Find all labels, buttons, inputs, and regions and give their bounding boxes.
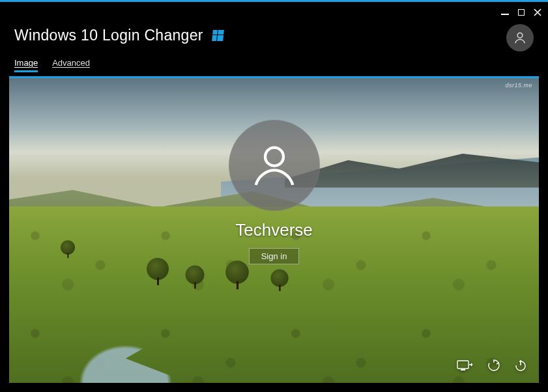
ease-of-access-icon[interactable] [487,358,501,375]
power-icon[interactable] [514,359,527,374]
close-button[interactable] [534,8,541,16]
preview-avatar [229,120,320,211]
header-profile-button[interactable] [506,24,534,51]
network-icon[interactable] [457,359,474,374]
sign-in-button[interactable]: Sign in [249,248,300,264]
tab-image[interactable]: Image [14,58,38,72]
svg-rect-3 [461,369,465,371]
tab-advanced[interactable]: Advanced [52,58,90,72]
app-window: Windows 10 Login Changer Image Advanced [0,0,548,392]
user-icon [248,139,300,191]
user-icon [513,31,527,45]
login-preview: dsr15.me Techverse Sign in [9,76,539,383]
minimize-button[interactable] [501,14,509,15]
app-title: Windows 10 Login Changer [14,27,203,44]
maximize-button[interactable] [518,9,525,16]
preview-username: Techverse [235,220,313,240]
svg-point-0 [517,33,523,38]
tab-bar: Image Advanced [0,54,548,72]
app-header: Windows 10 Login Changer [0,19,548,54]
svg-point-1 [265,148,283,166]
corner-icon-tray [457,358,527,375]
windows-logo-icon [212,30,224,41]
login-overlay: Techverse Sign in [9,78,539,383]
svg-rect-2 [457,361,469,369]
